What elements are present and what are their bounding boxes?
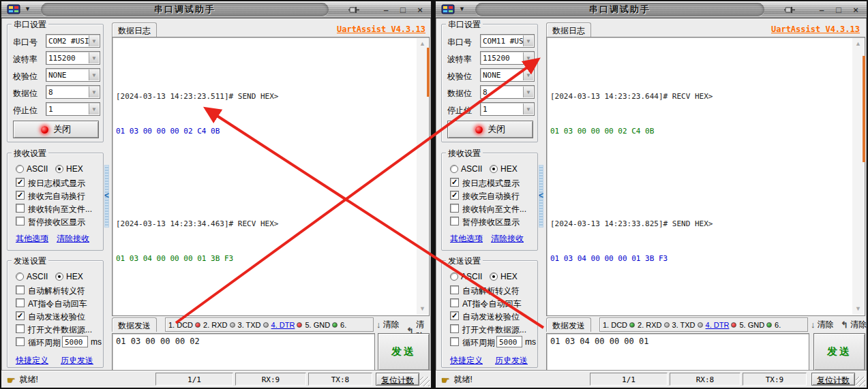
pause-display-checkbox[interactable] <box>16 217 25 225</box>
collapse-panel-icon[interactable]: < <box>104 189 110 202</box>
send-hex-radio[interactable] <box>490 273 498 281</box>
clear-receive-link[interactable]: 清除接收 <box>491 233 524 245</box>
send-button[interactable]: 发送 <box>378 333 430 371</box>
panel-splitter[interactable]: < <box>104 20 110 369</box>
version-link[interactable]: UartAssist V4.3.13 <box>771 25 860 34</box>
chevron-down-icon[interactable]: ▼ <box>523 35 533 46</box>
pause-display-checkbox[interactable] <box>450 217 459 225</box>
close-port-button[interactable]: 关闭 <box>447 121 533 138</box>
data-log-view[interactable]: [2024-03-13 14:23:23.644]# RECV HEX> 01 … <box>546 37 865 316</box>
tab-data-send[interactable]: 数据发送 <box>112 317 157 332</box>
close-button[interactable]: × <box>850 5 861 15</box>
shortcut-define-link[interactable]: 快捷定义 <box>450 355 483 367</box>
other-options-link[interactable]: 其他选项 <box>450 233 483 245</box>
databits-select[interactable]: 8▼ <box>46 85 100 99</box>
port-select[interactable]: COM2 #USI▼ <box>46 34 100 48</box>
maximize-button[interactable]: □ <box>833 5 844 15</box>
app-icon[interactable] <box>7 4 20 15</box>
recv-to-file-checkbox[interactable] <box>16 204 25 213</box>
escape-parse-checkbox[interactable] <box>16 285 25 294</box>
chevron-down-icon[interactable]: ▼ <box>523 69 533 80</box>
close-port-button[interactable]: 关闭 <box>13 121 99 138</box>
resize-grip[interactable] <box>856 377 865 386</box>
parity-select[interactable]: NONE▼ <box>480 68 535 82</box>
scroll-up-icon[interactable]: ▲ <box>852 38 864 50</box>
parity-select[interactable]: NONE▼ <box>46 68 100 82</box>
chevron-down-icon[interactable]: ▼ <box>89 35 99 46</box>
recv-hex-radio[interactable] <box>490 165 498 173</box>
tab-data-log[interactable]: 数据日志 <box>546 22 591 37</box>
minimize-button[interactable]: – <box>816 5 827 15</box>
stopbits-select[interactable]: 1▼ <box>480 102 535 116</box>
auto-checksum-checkbox[interactable]: ✓ <box>450 311 459 320</box>
send-ascii-radio[interactable] <box>16 273 24 281</box>
minimize-button[interactable]: – <box>380 5 391 15</box>
recv-hex-radio[interactable] <box>55 165 63 173</box>
stopbits-select[interactable]: 1▼ <box>46 102 100 116</box>
chevron-down-icon[interactable]: ▼ <box>89 69 99 80</box>
app-icon[interactable] <box>441 4 455 15</box>
chevron-down-icon[interactable]: ▼ <box>523 52 533 63</box>
port-select[interactable]: COM11 #US▼ <box>480 34 535 48</box>
cycle-send-checkbox[interactable] <box>450 337 459 346</box>
titlebar[interactable]: ▼ 串口调试助手 – □ × <box>436 1 867 18</box>
cycle-period-input[interactable]: 5000 <box>62 336 88 347</box>
version-link[interactable]: UartAssist V4.3.13 <box>337 25 425 34</box>
app-menu-caret-icon[interactable]: ▼ <box>459 5 465 12</box>
recv-to-file-checkbox[interactable] <box>450 204 459 213</box>
escape-parse-checkbox[interactable] <box>450 285 459 294</box>
chevron-down-icon[interactable]: ▼ <box>523 87 533 97</box>
tab-data-log[interactable]: 数据日志 <box>112 22 157 37</box>
auto-newline-checkbox[interactable]: ✓ <box>16 191 25 200</box>
history-send-link[interactable]: 历史发送 <box>495 355 528 367</box>
other-options-link[interactable]: 其他选项 <box>16 233 48 245</box>
tab-data-send[interactable]: 数据发送 <box>546 317 591 332</box>
auto-checksum-checkbox[interactable]: ✓ <box>16 311 25 320</box>
shortcut-define-link[interactable]: 快捷定义 <box>16 355 48 367</box>
history-send-link[interactable]: 历史发送 <box>61 355 93 367</box>
scroll-down-icon[interactable]: ▼ <box>417 303 428 315</box>
log-mode-checkbox[interactable]: ✓ <box>16 178 25 187</box>
resize-grip[interactable] <box>420 377 430 386</box>
dtr-indicator[interactable]: 4. DTR <box>271 321 303 329</box>
send-data-input[interactable]: 01 03 04 00 00 00 01 <box>546 333 809 371</box>
close-button[interactable]: × <box>415 5 425 15</box>
dtr-indicator[interactable]: 4. DTR <box>706 321 737 329</box>
file-source-checkbox[interactable] <box>450 324 459 333</box>
maximize-button[interactable]: □ <box>398 5 408 15</box>
data-log-view[interactable]: [2024-03-13 14:23:23.511]# SEND HEX> 01 … <box>112 37 430 316</box>
clear-receive-link[interactable]: 清除接收 <box>57 233 89 245</box>
chevron-down-icon[interactable]: ▼ <box>523 104 533 114</box>
auto-newline-checkbox[interactable]: ✓ <box>450 191 459 200</box>
reset-counter-button[interactable]: 复位计数 <box>811 373 855 386</box>
pin-icon[interactable] <box>348 4 360 16</box>
app-menu-caret-icon[interactable]: ▼ <box>25 5 31 12</box>
scroll-down-icon[interactable]: ▼ <box>852 303 864 315</box>
at-return-checkbox[interactable] <box>16 298 25 307</box>
chevron-down-icon[interactable]: ▼ <box>89 87 99 97</box>
cycle-send-checkbox[interactable] <box>16 337 25 346</box>
clear-recv-button[interactable]: ↓ 清除 <box>376 319 400 330</box>
reset-counter-button[interactable]: 复位计数 <box>376 373 419 386</box>
cycle-period-input[interactable]: 5000 <box>496 336 522 347</box>
pin-icon[interactable] <box>783 4 796 16</box>
collapse-panel-icon[interactable]: < <box>538 189 544 202</box>
baud-select[interactable]: 115200▼ <box>46 51 100 65</box>
recv-ascii-radio[interactable] <box>16 165 24 173</box>
panel-splitter[interactable]: < <box>538 20 545 369</box>
chevron-down-icon[interactable]: ▼ <box>89 104 99 114</box>
file-source-checkbox[interactable] <box>16 324 25 333</box>
baud-select[interactable]: 115200▼ <box>480 51 535 65</box>
at-return-checkbox[interactable] <box>450 298 459 307</box>
recv-ascii-radio[interactable] <box>450 165 458 173</box>
chevron-down-icon[interactable]: ▼ <box>89 52 99 63</box>
databits-select[interactable]: 8▼ <box>480 85 535 99</box>
titlebar[interactable]: ▼ 串口调试助手 – □ × <box>1 1 431 18</box>
send-data-input[interactable]: 01 03 00 00 00 02 <box>112 333 375 371</box>
log-mode-checkbox[interactable]: ✓ <box>450 178 459 187</box>
send-ascii-radio[interactable] <box>450 273 458 281</box>
send-button[interactable]: 发送 <box>813 333 865 371</box>
send-hex-radio[interactable] <box>55 273 63 281</box>
clear-recv-button[interactable]: ↓ 清除 <box>811 319 834 330</box>
clear-send-button[interactable]: ↰ 清除 <box>841 319 867 330</box>
